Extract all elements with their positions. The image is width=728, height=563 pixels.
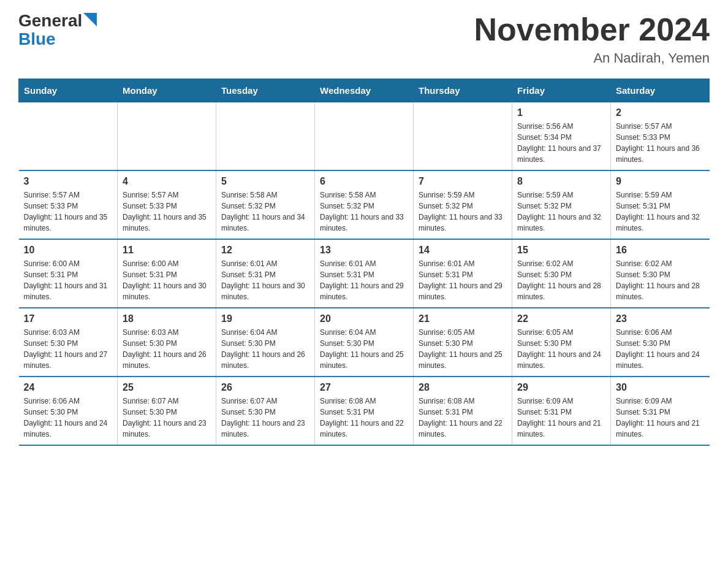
day-info: Sunrise: 6:08 AMSunset: 5:31 PMDaylight:… [419,396,507,440]
weekday-header-friday: Friday [512,79,611,102]
day-info: Sunrise: 6:05 AMSunset: 5:30 PMDaylight:… [517,327,605,371]
day-info: Sunrise: 5:58 AMSunset: 5:32 PMDaylight:… [221,190,309,234]
day-number: 5 [221,176,309,187]
calendar-cell: 10Sunrise: 6:00 AMSunset: 5:31 PMDayligh… [19,239,118,308]
week-row-2: 3Sunrise: 5:57 AMSunset: 5:33 PMDaylight… [19,170,710,239]
calendar-cell [118,102,216,171]
calendar-cell [19,102,118,171]
weekday-header-tuesday: Tuesday [216,79,315,102]
day-number: 18 [123,313,211,324]
day-info: Sunrise: 6:00 AMSunset: 5:31 PMDaylight:… [123,258,211,302]
day-number: 28 [419,382,507,393]
calendar-cell: 1Sunrise: 5:56 AMSunset: 5:34 PMDaylight… [512,102,611,171]
calendar-cell: 16Sunrise: 6:02 AMSunset: 5:30 PMDayligh… [611,239,710,308]
calendar-cell: 14Sunrise: 6:01 AMSunset: 5:31 PMDayligh… [414,239,512,308]
logo-blue-text: Blue [18,29,56,49]
day-number: 8 [517,176,605,187]
day-number: 26 [221,382,309,393]
week-row-5: 24Sunrise: 6:06 AMSunset: 5:30 PMDayligh… [19,377,710,445]
day-info: Sunrise: 6:01 AMSunset: 5:31 PMDaylight:… [221,258,309,302]
calendar-cell: 24Sunrise: 6:06 AMSunset: 5:30 PMDayligh… [19,377,118,445]
day-info: Sunrise: 6:02 AMSunset: 5:30 PMDaylight:… [517,258,605,302]
day-info: Sunrise: 6:00 AMSunset: 5:31 PMDaylight:… [24,258,113,302]
day-info: Sunrise: 5:59 AMSunset: 5:32 PMDaylight:… [419,190,507,234]
day-info: Sunrise: 6:02 AMSunset: 5:30 PMDaylight:… [616,258,705,302]
day-info: Sunrise: 5:57 AMSunset: 5:33 PMDaylight:… [123,190,211,234]
day-info: Sunrise: 5:57 AMSunset: 5:33 PMDaylight:… [616,121,705,165]
day-info: Sunrise: 6:07 AMSunset: 5:30 PMDaylight:… [123,396,211,440]
week-row-3: 10Sunrise: 6:00 AMSunset: 5:31 PMDayligh… [19,239,710,308]
calendar-cell: 17Sunrise: 6:03 AMSunset: 5:30 PMDayligh… [19,308,118,377]
day-info: Sunrise: 6:01 AMSunset: 5:31 PMDaylight:… [320,258,408,302]
month-year: November 2024 [474,12,710,47]
calendar-cell: 30Sunrise: 6:09 AMSunset: 5:31 PMDayligh… [611,377,710,445]
day-info: Sunrise: 6:06 AMSunset: 5:30 PMDaylight:… [24,396,113,440]
day-info: Sunrise: 5:56 AMSunset: 5:34 PMDaylight:… [517,121,605,165]
day-info: Sunrise: 6:06 AMSunset: 5:30 PMDaylight:… [616,327,705,371]
day-info: Sunrise: 5:59 AMSunset: 5:31 PMDaylight:… [616,190,705,234]
day-number: 20 [320,313,408,324]
day-number: 2 [616,107,705,118]
calendar-cell: 5Sunrise: 5:58 AMSunset: 5:32 PMDaylight… [216,170,315,239]
calendar-cell: 12Sunrise: 6:01 AMSunset: 5:31 PMDayligh… [216,239,315,308]
calendar-cell: 9Sunrise: 5:59 AMSunset: 5:31 PMDaylight… [611,170,710,239]
day-number: 30 [616,382,705,393]
day-number: 27 [320,382,408,393]
day-info: Sunrise: 6:04 AMSunset: 5:30 PMDaylight:… [320,327,408,371]
day-info: Sunrise: 6:03 AMSunset: 5:30 PMDaylight:… [24,327,113,371]
calendar-table: SundayMondayTuesdayWednesdayThursdayFrid… [18,79,710,446]
day-number: 6 [320,176,408,187]
calendar-cell: 28Sunrise: 6:08 AMSunset: 5:31 PMDayligh… [414,377,512,445]
day-number: 7 [419,176,507,187]
day-number: 10 [24,245,113,256]
day-info: Sunrise: 5:57 AMSunset: 5:33 PMDaylight:… [24,190,113,234]
day-number: 9 [616,176,705,187]
calendar-cell [315,102,414,171]
header: General Blue November 2024 An Nadirah, Y… [18,12,710,66]
day-number: 3 [24,176,113,187]
day-info: Sunrise: 6:08 AMSunset: 5:31 PMDaylight:… [320,396,408,440]
day-number: 29 [517,382,605,393]
calendar-cell: 4Sunrise: 5:57 AMSunset: 5:33 PMDaylight… [118,170,216,239]
calendar-cell [216,102,315,171]
calendar-cell: 27Sunrise: 6:08 AMSunset: 5:31 PMDayligh… [315,377,414,445]
weekday-header-row: SundayMondayTuesdayWednesdayThursdayFrid… [19,79,710,102]
day-number: 17 [24,313,113,324]
day-number: 12 [221,245,309,256]
calendar-cell: 20Sunrise: 6:04 AMSunset: 5:30 PMDayligh… [315,308,414,377]
calendar-cell: 26Sunrise: 6:07 AMSunset: 5:30 PMDayligh… [216,377,315,445]
calendar-cell: 19Sunrise: 6:04 AMSunset: 5:30 PMDayligh… [216,308,315,377]
week-row-1: 1Sunrise: 5:56 AMSunset: 5:34 PMDaylight… [19,102,710,171]
day-number: 23 [616,313,705,324]
title-section: November 2024 An Nadirah, Yemen [474,12,710,66]
logo-icon [83,13,97,26]
day-info: Sunrise: 6:09 AMSunset: 5:31 PMDaylight:… [616,396,705,440]
weekday-header-monday: Monday [118,79,216,102]
calendar-cell: 15Sunrise: 6:02 AMSunset: 5:30 PMDayligh… [512,239,611,308]
svg-marker-0 [83,13,97,26]
day-info: Sunrise: 5:58 AMSunset: 5:32 PMDaylight:… [320,190,408,234]
calendar-cell: 25Sunrise: 6:07 AMSunset: 5:30 PMDayligh… [118,377,216,445]
day-number: 19 [221,313,309,324]
calendar-cell: 29Sunrise: 6:09 AMSunset: 5:31 PMDayligh… [512,377,611,445]
day-info: Sunrise: 6:05 AMSunset: 5:30 PMDaylight:… [419,327,507,371]
calendar-cell: 21Sunrise: 6:05 AMSunset: 5:30 PMDayligh… [414,308,512,377]
day-number: 13 [320,245,408,256]
week-row-4: 17Sunrise: 6:03 AMSunset: 5:30 PMDayligh… [19,308,710,377]
day-number: 15 [517,245,605,256]
day-number: 24 [24,382,113,393]
day-info: Sunrise: 6:09 AMSunset: 5:31 PMDaylight:… [517,396,605,440]
calendar-cell: 18Sunrise: 6:03 AMSunset: 5:30 PMDayligh… [118,308,216,377]
calendar-cell: 23Sunrise: 6:06 AMSunset: 5:30 PMDayligh… [611,308,710,377]
logo: General Blue [18,12,97,49]
day-number: 25 [123,382,211,393]
calendar-cell: 6Sunrise: 5:58 AMSunset: 5:32 PMDaylight… [315,170,414,239]
day-number: 11 [123,245,211,256]
calendar-cell: 7Sunrise: 5:59 AMSunset: 5:32 PMDaylight… [414,170,512,239]
day-number: 4 [123,176,211,187]
day-info: Sunrise: 5:59 AMSunset: 5:32 PMDaylight:… [517,190,605,234]
calendar-cell: 13Sunrise: 6:01 AMSunset: 5:31 PMDayligh… [315,239,414,308]
location: An Nadirah, Yemen [474,50,710,66]
day-number: 22 [517,313,605,324]
day-info: Sunrise: 6:04 AMSunset: 5:30 PMDaylight:… [221,327,309,371]
